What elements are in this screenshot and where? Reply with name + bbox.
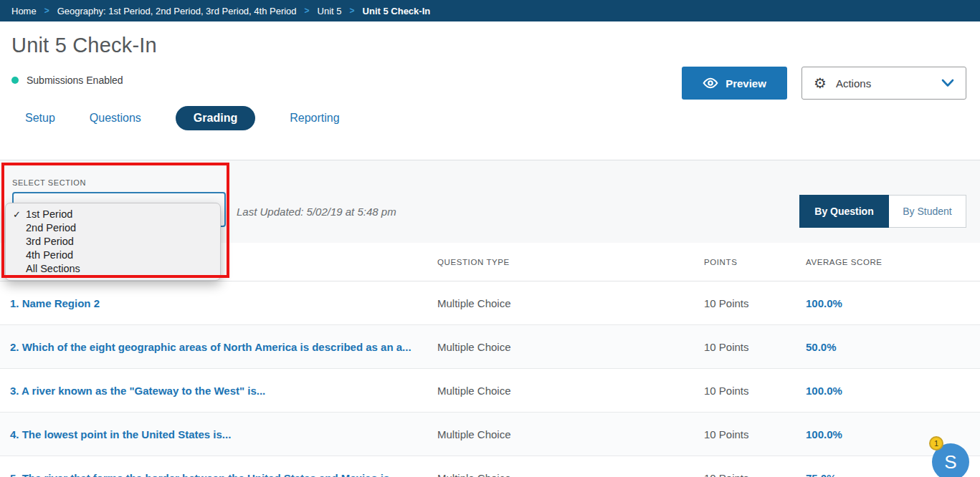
tab-questions[interactable]: Questions [90, 112, 141, 125]
select-section-label: SELECT SECTION [12, 178, 86, 187]
points-cell: 10 Points [704, 297, 806, 309]
breadcrumb-home[interactable]: Home [11, 6, 37, 16]
dropdown-option-3rd-period[interactable]: 3rd Period [6, 235, 220, 249]
question-link[interactable]: 2. Which of the eight geographic areas o… [0, 341, 437, 353]
breadcrumb-separator: > [350, 6, 355, 16]
average-score-header: AVERAGE SCORE [806, 258, 980, 266]
dropdown-option-all-sections[interactable]: All Sections [6, 262, 220, 276]
tab-reporting[interactable]: Reporting [290, 112, 339, 125]
question-type-cell: Multiple Choice [437, 297, 704, 309]
actions-button-label: Actions [836, 77, 871, 90]
question-type-cell: Multiple Choice [437, 428, 704, 440]
average-score-cell: 100.0% [806, 428, 980, 440]
tab-bar: Setup Questions Grading Reporting [0, 106, 980, 130]
breadcrumb-separator: > [44, 6, 49, 16]
tab-grading[interactable]: Grading [176, 106, 255, 130]
check-icon: ✓ [13, 208, 21, 221]
points-cell: 10 Points [704, 341, 806, 353]
dropdown-option-4th-period[interactable]: 4th Period [6, 249, 220, 262]
dropdown-option-label: All Sections [26, 263, 80, 274]
preview-button-label: Preview [726, 77, 766, 90]
dropdown-option-label: 1st Period [26, 208, 72, 220]
breadcrumb-separator: > [305, 6, 310, 16]
by-question-toggle[interactable]: By Question [799, 195, 889, 228]
average-score-cell: 100.0% [806, 297, 980, 309]
chevron-down-icon [941, 79, 954, 87]
page-header: Unit 5 Check-In Submissions Enabled Prev… [0, 21, 980, 86]
dropdown-option-label: 2nd Period [26, 222, 76, 233]
points-cell: 10 Points [704, 428, 806, 440]
table-row: 3. A river known as the "Gateway to the … [0, 369, 980, 413]
breadcrumb-current-page: Unit 5 Check-In [363, 6, 431, 16]
average-score-cell: 100.0% [806, 385, 980, 397]
question-type-header: QUESTION TYPE [437, 258, 704, 266]
table-row: 4. The lowest point in the United States… [0, 413, 980, 456]
question-link[interactable]: 1. Name Region 2 [0, 297, 437, 309]
average-score-cell: 50.0% [806, 341, 980, 353]
points-header: POINTS [704, 258, 806, 266]
breadcrumb: Home > Geography: 1st Period, 2nd Period… [0, 0, 980, 21]
view-toggle: By Question By Student [799, 195, 966, 228]
dropdown-option-1st-period[interactable]: ✓ 1st Period [6, 208, 220, 221]
preview-button[interactable]: Preview [682, 67, 787, 100]
dropdown-option-label: 4th Period [26, 249, 73, 261]
eye-icon [703, 77, 718, 89]
gear-icon: ⚙ [814, 76, 827, 90]
breadcrumb-course[interactable]: Geography: 1st Period, 2nd Period, 3rd P… [57, 6, 297, 16]
question-link[interactable]: 5. The river that forms the border betwe… [0, 472, 437, 477]
status-text: Submissions Enabled [27, 74, 123, 86]
table-row: 5. The river that forms the border betwe… [0, 456, 980, 477]
dropdown-option-2nd-period[interactable]: 2nd Period [6, 221, 220, 235]
question-link[interactable]: 3. A river known as the "Gateway to the … [0, 385, 437, 397]
question-type-cell: Multiple Choice [437, 385, 704, 397]
by-student-toggle[interactable]: By Student [889, 195, 966, 228]
dropdown-option-label: 3rd Period [26, 236, 74, 247]
actions-button[interactable]: ⚙ Actions [801, 67, 966, 100]
question-type-cell: Multiple Choice [437, 472, 704, 477]
question-type-cell: Multiple Choice [437, 341, 704, 353]
points-cell: 10 Points [704, 385, 806, 397]
section-dropdown-menu: ✓ 1st Period 2nd Period 3rd Period 4th P… [5, 203, 221, 281]
table-row: 2. Which of the eight geographic areas o… [0, 325, 980, 369]
breadcrumb-unit[interactable]: Unit 5 [318, 6, 342, 16]
question-link[interactable]: 4. The lowest point in the United States… [0, 428, 437, 440]
points-cell: 10 Points [704, 472, 806, 477]
last-updated-text: Last Updated: 5/02/19 at 5:48 pm [237, 206, 396, 218]
status-dot-icon [11, 77, 19, 84]
tab-setup[interactable]: Setup [25, 112, 55, 125]
notification-badge: 1 [929, 436, 943, 450]
table-row: 1. Name Region 2 Multiple Choice 10 Poin… [0, 281, 980, 325]
page-title: Unit 5 Check-In [11, 34, 969, 57]
